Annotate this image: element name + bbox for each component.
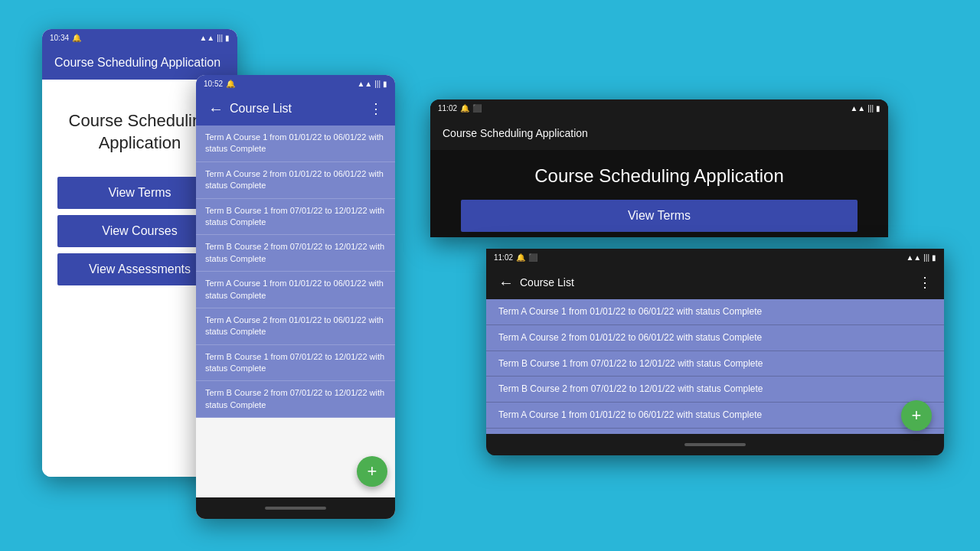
wifi-icon-2: ▲▲ — [357, 80, 372, 88]
list-item[interactable]: Term B Course 1 from 07/01/22 to 12/01/2… — [486, 351, 944, 377]
course-list-title: Course List — [230, 102, 292, 116]
app-bar-title-main: Course Scheduling Application — [54, 56, 220, 70]
phone-course-list-screen: 10:52 🔔 ▲▲ ||| ▮ ← Course List ⋮ Term A … — [196, 75, 395, 519]
signal-icon: ||| — [217, 34, 223, 42]
more-options-icon-dark[interactable]: ⋮ — [918, 274, 932, 291]
battery-icon-3: ▮ — [876, 104, 880, 112]
back-icon-dark[interactable]: ← — [498, 274, 514, 292]
app-bar-subtitle-dark: Course Scheduling Application — [443, 127, 588, 139]
list-item[interactable]: Term A Course 1 from 01/01/22 to 06/01/2… — [486, 299, 944, 325]
list-item[interactable]: Term B Course 1 from 07/01/22 to 12/01/2… — [196, 199, 395, 236]
dark-view-terms-button[interactable]: View Terms — [461, 200, 858, 232]
notification-icon-3: 🔔 — [460, 104, 469, 112]
dark-main-body: Course Scheduling Application View Terms… — [430, 150, 888, 237]
dark-app-title: Course Scheduling Application — [534, 165, 784, 187]
course-list-body: Term A Course 1 from 01/01/22 to 06/01/2… — [196, 126, 395, 497]
usb-icon: ⬛ — [472, 104, 482, 112]
main-app-title: Course Scheduling Application — [69, 110, 211, 154]
list-item[interactable]: Term B Course 2 from 07/01/22 to 12/01/2… — [486, 377, 944, 403]
app-bar-dark-courses: ← Course List ⋮ — [486, 266, 944, 299]
fab-add-button[interactable]: + — [357, 456, 387, 487]
notification-icon: 🔔 — [72, 34, 81, 42]
list-item[interactable]: Term A Course 2 from 01/01/22 to 06/01/2… — [486, 325, 944, 351]
more-options-icon[interactable]: ⋮ — [369, 100, 383, 117]
phone-dark-main-screen: 11:02 🔔 ⬛ ▲▲ ||| ▮ Course Scheduling App… — [430, 99, 888, 237]
home-indicator-dark — [684, 443, 746, 446]
signal-icon-2: ||| — [374, 80, 381, 88]
dark-course-list-title: Course List — [520, 276, 574, 289]
phone-dark-course-list: 11:02 🔔 ⬛ ▲▲ ||| ▮ ← Course List ⋮ Term … — [486, 249, 944, 455]
status-bar-main: 10:34 🔔 ▲▲ ||| ▮ — [42, 29, 237, 46]
status-bar-dark-main: 11:02 🔔 ⬛ ▲▲ ||| ▮ — [430, 99, 888, 116]
signal-icon-4: ||| — [923, 253, 929, 262]
battery-icon: ▮ — [225, 34, 230, 42]
bottom-bar-dark-courses — [486, 434, 944, 455]
wifi-icon: ▲▲ — [199, 34, 214, 42]
dark-course-list-body: Term A Course 1 from 01/01/22 to 06/01/2… — [486, 299, 944, 451]
wifi-icon-3: ▲▲ — [850, 104, 865, 112]
status-time-main: 10:34 🔔 — [50, 34, 81, 42]
signal-icon-3: ||| — [867, 104, 874, 112]
battery-icon-4: ▮ — [932, 253, 936, 262]
back-icon[interactable]: ← — [208, 100, 224, 118]
list-item[interactable]: Term A Course 1 from 01/01/22 to 06/01/2… — [486, 403, 944, 429]
status-bar-dark-courses: 11:02 🔔 ⬛ ▲▲ ||| ▮ — [486, 249, 944, 266]
notification-icon-4: 🔔 — [516, 253, 525, 262]
bottom-bar-course-list — [196, 497, 395, 519]
list-item[interactable]: Term B Course 1 from 07/01/22 to 12/01/2… — [196, 345, 395, 382]
usb-icon-2: ⬛ — [528, 253, 537, 262]
list-item[interactable]: Term A Course 1 from 01/01/22 to 06/01/2… — [196, 126, 395, 162]
notification-icon-2: 🔔 — [226, 80, 235, 88]
list-item[interactable]: Term A Course 1 from 01/01/22 to 06/01/2… — [196, 272, 395, 308]
app-bar-course-list: ← Course List ⋮ — [196, 92, 395, 126]
list-item[interactable]: Term B Course 2 from 07/01/22 to 12/01/2… — [196, 235, 395, 272]
home-indicator-2 — [265, 507, 326, 510]
list-item[interactable]: Term A Course 2 from 01/01/22 to 06/01/2… — [196, 162, 395, 199]
list-item[interactable]: Term A Course 2 from 01/01/22 to 06/01/2… — [196, 308, 395, 345]
dark-fab-add-button[interactable]: + — [901, 400, 932, 431]
list-item[interactable]: Term B Course 2 from 07/01/22 to 12/01/2… — [196, 381, 395, 418]
battery-icon-2: ▮ — [383, 80, 387, 88]
status-bar-course-list: 10:52 🔔 ▲▲ ||| ▮ — [196, 75, 395, 92]
app-bar-dark-main: Course Scheduling Application — [430, 116, 888, 150]
wifi-icon-4: ▲▲ — [906, 253, 921, 262]
